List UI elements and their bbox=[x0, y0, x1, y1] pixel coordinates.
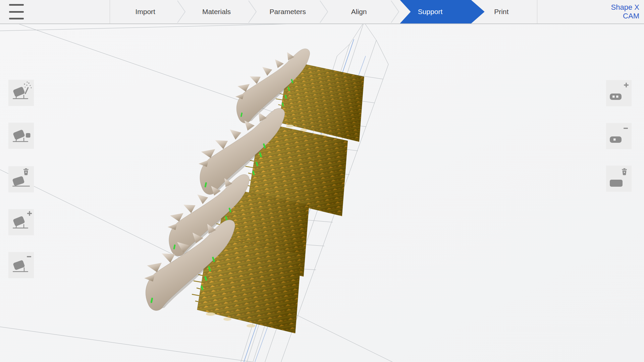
step-import[interactable]: Import bbox=[110, 0, 181, 23]
hamburger-bar bbox=[9, 4, 24, 6]
remove-support-button[interactable] bbox=[8, 252, 34, 278]
hamburger-bar bbox=[9, 18, 24, 19]
step-align[interactable]: Align bbox=[323, 0, 394, 23]
hamburger-menu-button[interactable] bbox=[9, 3, 24, 20]
delete-bars-icon bbox=[606, 166, 632, 192]
step-label: Support bbox=[418, 8, 443, 16]
step-label: Parameters bbox=[270, 8, 306, 16]
hamburger-bar bbox=[9, 11, 24, 13]
step-label: Import bbox=[135, 8, 155, 16]
delete-connector-bars-button[interactable] bbox=[606, 166, 632, 192]
step-support-active[interactable]: Support bbox=[394, 0, 466, 23]
support-block-icon bbox=[8, 123, 34, 149]
support-with-block-button[interactable] bbox=[8, 123, 34, 149]
remove-connector-bar-button[interactable] bbox=[606, 123, 632, 149]
app-logo: Shape X CAM bbox=[537, 0, 644, 23]
step-materials[interactable]: Materials bbox=[181, 0, 252, 23]
step-parameters[interactable]: Parameters bbox=[252, 0, 323, 23]
workflow-stepper: Import Materials Parameters Align Suppor… bbox=[110, 0, 537, 23]
step-label: Print bbox=[494, 8, 508, 16]
auto-generate-supports-button[interactable] bbox=[8, 80, 34, 106]
top-bar: Import Materials Parameters Align Suppor… bbox=[0, 0, 644, 24]
add-connector-bar-button[interactable] bbox=[606, 80, 632, 106]
app-logo-line1: Shape X bbox=[611, 3, 639, 12]
step-label: Align bbox=[351, 8, 367, 16]
delete-supports-button[interactable] bbox=[8, 166, 34, 192]
add-bar-icon bbox=[606, 80, 632, 106]
remove-support-icon bbox=[8, 252, 34, 278]
app-logo-line2: CAM bbox=[623, 12, 639, 20]
remove-bar-icon bbox=[606, 123, 632, 149]
step-label: Materials bbox=[202, 8, 231, 16]
magic-wand-supports-icon bbox=[8, 80, 34, 106]
delete-supports-icon bbox=[8, 166, 34, 192]
add-support-button[interactable] bbox=[8, 209, 34, 235]
add-support-icon bbox=[8, 209, 34, 235]
viewport-3d[interactable] bbox=[0, 24, 644, 362]
